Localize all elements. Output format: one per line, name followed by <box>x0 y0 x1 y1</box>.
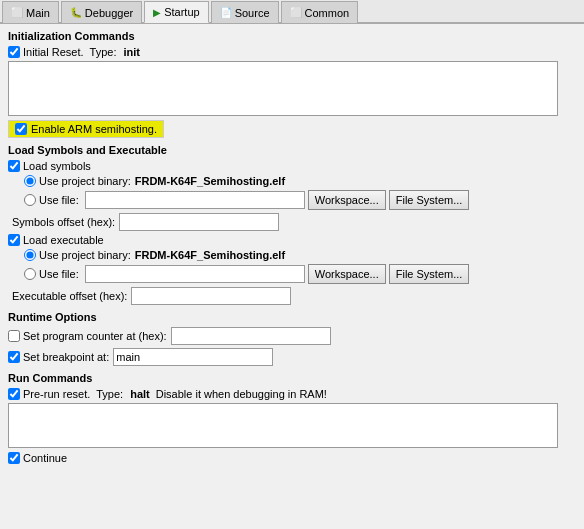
type-value: init <box>123 46 140 58</box>
exec-use-project-binary-row: Use project binary: FRDM-K64F_Semihostin… <box>24 249 576 261</box>
pre-run-reset-row: Pre-run reset. Type: halt Disable it whe… <box>8 388 576 400</box>
use-file-label: Use file: <box>39 194 79 206</box>
set-breakpoint-input[interactable] <box>113 348 273 366</box>
run-type-label: Type: <box>96 388 123 400</box>
set-pc-label: Set program counter at (hex): <box>23 330 167 342</box>
set-breakpoint-row: Set breakpoint at: <box>8 348 576 366</box>
source-icon: 📄 <box>220 7 232 18</box>
exec-offset-label: Executable offset (hex): <box>12 290 127 302</box>
exec-offset-input[interactable] <box>131 287 291 305</box>
pre-run-reset-label: Pre-run reset. <box>23 388 90 400</box>
set-pc-row: Set program counter at (hex): <box>8 327 576 345</box>
exec-use-file-radio[interactable] <box>24 268 36 280</box>
symbols-offset-label: Symbols offset (hex): <box>12 216 115 228</box>
tab-debugger[interactable]: 🐛 Debugger <box>61 1 142 23</box>
load-symbols-row: Load symbols <box>8 160 576 172</box>
init-reset-row: Initial Reset. Type: init <box>8 46 576 58</box>
use-project-binary-radio[interactable] <box>24 175 36 187</box>
load-executable-label: Load executable <box>23 234 104 246</box>
load-symbols-checkbox-label[interactable]: Load symbols <box>8 160 91 172</box>
tab-startup[interactable]: ▶ Startup <box>144 1 208 23</box>
set-breakpoint-checkbox[interactable] <box>8 351 20 363</box>
disable-label: Disable it when debugging in RAM! <box>156 388 327 400</box>
symbols-offset-input[interactable] <box>119 213 279 231</box>
runtime-options-title: Runtime Options <box>8 311 576 323</box>
continue-checkbox[interactable] <box>8 452 20 464</box>
use-project-binary-radio-label[interactable]: Use project binary: <box>24 175 131 187</box>
load-executable-checkbox-label[interactable]: Load executable <box>8 234 104 246</box>
use-file-radio-label[interactable]: Use file: <box>24 194 79 206</box>
continue-row: Continue <box>8 452 576 464</box>
set-pc-input[interactable] <box>171 327 331 345</box>
use-project-binary-label: Use project binary: <box>39 175 131 187</box>
run-commands-title: Run Commands <box>8 372 576 384</box>
run-type-value: halt <box>130 388 150 400</box>
exec-use-project-binary-value: FRDM-K64F_Semihosting.elf <box>135 249 285 261</box>
init-commands-title: Initialization Commands <box>8 30 576 42</box>
set-breakpoint-label: Set breakpoint at: <box>23 351 109 363</box>
filesystem-button[interactable]: File System... <box>389 190 470 210</box>
use-file-input[interactable] <box>85 191 305 209</box>
load-symbols-title: Load Symbols and Executable <box>8 144 576 156</box>
type-label: Type: <box>90 46 117 58</box>
tab-source-label: Source <box>235 7 270 19</box>
debugger-icon: 🐛 <box>70 7 82 18</box>
enable-arm-row: Enable ARM semihosting. <box>8 120 164 138</box>
exec-filesystem-button[interactable]: File System... <box>389 264 470 284</box>
symbols-offset-row: Symbols offset (hex): <box>8 213 576 231</box>
load-symbols-label: Load symbols <box>23 160 91 172</box>
tab-common[interactable]: ⬜ Common <box>281 1 359 23</box>
exec-use-file-row: Use file: Workspace... File System... <box>24 264 576 284</box>
exec-use-project-binary-radio-label[interactable]: Use project binary: <box>24 249 131 261</box>
continue-checkbox-label[interactable]: Continue <box>8 452 67 464</box>
use-file-radio[interactable] <box>24 194 36 206</box>
main-icon: ⬜ <box>11 7 23 18</box>
initial-reset-checkbox[interactable] <box>8 46 20 58</box>
tab-common-label: Common <box>305 7 350 19</box>
initial-reset-label: Initial Reset. <box>23 46 84 58</box>
continue-label: Continue <box>23 452 67 464</box>
set-breakpoint-checkbox-label[interactable]: Set breakpoint at: <box>8 351 109 363</box>
initial-reset-checkbox-label[interactable]: Initial Reset. <box>8 46 84 58</box>
exec-offset-row: Executable offset (hex): <box>8 287 576 305</box>
tab-main-label: Main <box>26 7 50 19</box>
load-executable-checkbox[interactable] <box>8 234 20 246</box>
tab-startup-label: Startup <box>164 6 199 18</box>
exec-use-project-binary-label: Use project binary: <box>39 249 131 261</box>
run-commands-textarea[interactable] <box>8 403 558 448</box>
tab-source[interactable]: 📄 Source <box>211 1 279 23</box>
use-file-row: Use file: Workspace... File System... <box>24 190 576 210</box>
common-icon: ⬜ <box>290 7 302 18</box>
enable-arm-checkbox[interactable] <box>15 123 27 135</box>
init-commands-textarea[interactable] <box>8 61 558 116</box>
exec-workspace-button[interactable]: Workspace... <box>308 264 386 284</box>
use-project-binary-row: Use project binary: FRDM-K64F_Semihostin… <box>24 175 576 187</box>
set-pc-checkbox[interactable] <box>8 330 20 342</box>
pre-run-reset-checkbox-label[interactable]: Pre-run reset. <box>8 388 90 400</box>
workspace-button[interactable]: Workspace... <box>308 190 386 210</box>
enable-arm-label: Enable ARM semihosting. <box>31 123 157 135</box>
pre-run-reset-checkbox[interactable] <box>8 388 20 400</box>
exec-use-file-input[interactable] <box>85 265 305 283</box>
main-content: Initialization Commands Initial Reset. T… <box>0 24 584 529</box>
exec-use-project-binary-radio[interactable] <box>24 249 36 261</box>
tab-bar: ⬜ Main 🐛 Debugger ▶ Startup 📄 Source ⬜ C… <box>0 0 584 24</box>
set-pc-checkbox-label[interactable]: Set program counter at (hex): <box>8 330 167 342</box>
exec-use-file-radio-label[interactable]: Use file: <box>24 268 79 280</box>
load-executable-row: Load executable <box>8 234 576 246</box>
use-project-binary-value: FRDM-K64F_Semihosting.elf <box>135 175 285 187</box>
tab-main[interactable]: ⬜ Main <box>2 1 59 23</box>
exec-use-file-label: Use file: <box>39 268 79 280</box>
load-symbols-checkbox[interactable] <box>8 160 20 172</box>
startup-icon: ▶ <box>153 7 161 18</box>
tab-debugger-label: Debugger <box>85 7 133 19</box>
